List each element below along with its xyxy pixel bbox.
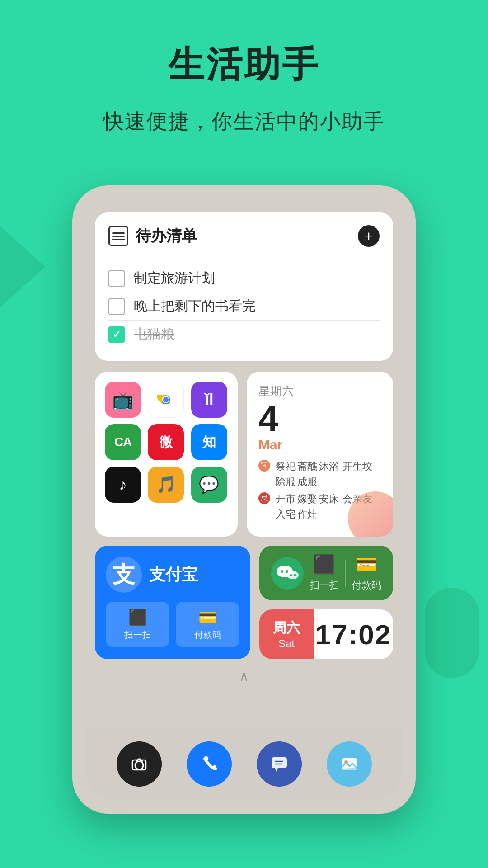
pay-icon: 💳 (198, 608, 217, 626)
checkbox-unchecked[interactable] (108, 270, 125, 287)
svg-point-10 (294, 574, 296, 576)
auspicious-items: 祭祀斋醮沐浴 开生坟除服成服 (276, 460, 381, 489)
todo-widget: 待办清单 + 制定旅游计划 晚上把剩下的书看完 (95, 212, 393, 361)
svg-point-3 (163, 397, 169, 402)
app-icon-bilibili[interactable]: 📺 (105, 382, 141, 418)
app-icon-purple[interactable]: ĭl (191, 382, 227, 418)
clock-day-en: Sat (278, 637, 295, 650)
dock-message-button[interactable] (257, 741, 302, 787)
todo-item-text: 晚上把剩下的书看完 (134, 297, 256, 316)
bottom-dock (86, 728, 402, 800)
alipay-scan-button[interactable]: ⬛ 扫一扫 (106, 602, 169, 647)
wechat-logo (271, 557, 304, 590)
app-icon-chrome[interactable] (148, 382, 184, 418)
phone-screen: 待办清单 + 制定旅游计划 晚上把剩下的书看完 (86, 203, 402, 800)
deco-left (0, 226, 45, 307)
scan-label: 扫一扫 (124, 629, 151, 641)
clock-day-cn: 周六 (273, 619, 300, 637)
todo-item-text: 屯猫粮 (134, 325, 174, 344)
swipe-up-indicator: ∧ (95, 668, 393, 684)
wechat-scan-button[interactable]: ⬛ 扫一扫 (310, 554, 339, 592)
page-subtitle: 快速便捷，你生活中的小助手 (0, 108, 488, 136)
todo-item[interactable]: 屯猫粮 (108, 320, 380, 348)
todo-add-button[interactable]: + (358, 225, 380, 247)
wechat-pay-widget[interactable]: ⬛ 扫一扫 💳 付款码 (259, 546, 393, 600)
todo-item[interactable]: 晚上把剩下的书看完 (108, 292, 380, 320)
scan-icon: ⬛ (128, 608, 147, 626)
inauspicious-badge: 忌 (258, 492, 270, 504)
svg-rect-13 (272, 757, 287, 768)
app-icon-green[interactable]: CA (105, 424, 141, 460)
checkbox-checked[interactable] (108, 326, 125, 343)
todo-item-text: 制定旅游计划 (134, 269, 215, 288)
svg-point-7 (286, 570, 288, 573)
cal-date-num: 4 (258, 401, 279, 437)
wechat-scan-icon: ⬛ (313, 554, 336, 575)
deco-right (425, 588, 479, 678)
alipay-logo: 支 (106, 557, 142, 593)
wechat-scan-label: 扫一扫 (310, 579, 339, 592)
todo-title: 待办清单 (136, 226, 197, 246)
checkbox-unchecked[interactable] (108, 298, 125, 315)
svg-point-6 (281, 570, 283, 573)
alipay-pay-button[interactable]: 💳 付款码 (176, 602, 239, 647)
clock-time: 17:02 (314, 618, 393, 651)
auspicious-badge: 宜 (258, 460, 270, 472)
pay-label: 付款码 (194, 629, 221, 641)
cal-month: Mar (258, 437, 381, 453)
wechat-pay-icon: 💳 (355, 554, 378, 575)
alipay-name: 支付宝 (149, 564, 198, 586)
app-icon-wechat[interactable]: 💬 (191, 467, 227, 503)
dock-camera-button[interactable] (117, 741, 162, 787)
wechat-pay-label: 付款码 (352, 579, 381, 592)
app-grid-widget: 📺 ĭl (95, 372, 238, 537)
app-icon-tiktok[interactable]: ♪ (105, 467, 141, 503)
dock-gallery-button[interactable] (327, 741, 372, 787)
wechat-pay-button[interactable]: 💳 付款码 (352, 554, 381, 592)
wechat-divider (345, 560, 346, 587)
cal-day-label: 星期六 (258, 383, 381, 399)
page-title: 生活助手 (0, 0, 488, 90)
clock-widget: 周六 Sat 17:02 (259, 609, 393, 659)
phone-mockup: 待办清单 + 制定旅游计划 晚上把剩下的书看完 (72, 185, 416, 814)
app-icon-music[interactable]: 🎵 (148, 467, 184, 503)
todo-divider (95, 256, 393, 256)
svg-point-8 (287, 571, 299, 579)
dock-phone-button[interactable] (187, 741, 232, 787)
app-icon-weibo[interactable]: 微 (148, 424, 184, 460)
alipay-widget[interactable]: 支 支付宝 ⬛ 扫一扫 💳 付款码 (95, 546, 250, 659)
app-icon-zhihu[interactable]: 知 (191, 424, 227, 460)
clock-day-badge: 周六 Sat (259, 609, 314, 659)
calendar-widget: 星期六 4 Mar 宜 祭祀斋醮沐浴 开生坟除服成服 (247, 372, 393, 537)
todo-list-icon (108, 226, 128, 246)
svg-marker-14 (275, 768, 278, 772)
svg-point-11 (135, 761, 143, 769)
todo-item[interactable]: 制定旅游计划 (108, 264, 380, 292)
svg-point-9 (290, 574, 292, 576)
